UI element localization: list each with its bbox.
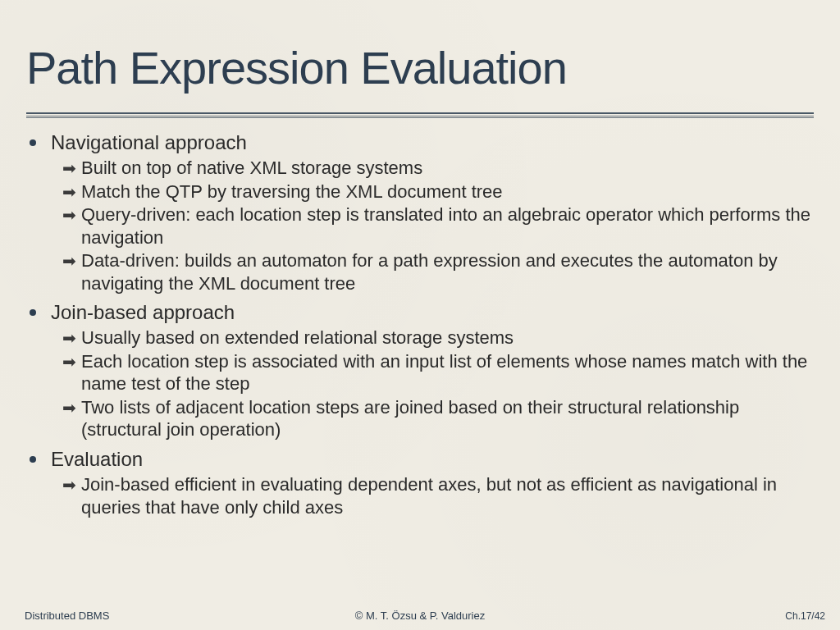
sublist-evaluation: ➡ Join-based efficient in evaluating dep… [30, 473, 814, 518]
title-rule [26, 112, 814, 118]
footer-left: Distributed DBMS [25, 609, 109, 622]
subitem-text: Query-driven: each location step is tran… [81, 203, 814, 249]
subitem: ➡ Built on top of native XML storage sys… [62, 157, 814, 180]
arrow-icon: ➡ [62, 181, 76, 203]
sublist-navigational: ➡ Built on top of native XML storage sys… [30, 157, 814, 294]
subitem-text: Data-driven: builds an automaton for a p… [81, 249, 814, 294]
bullet-join-based: Join-based approach [30, 299, 814, 325]
subitem: ➡ Usually based on extended relational s… [62, 326, 814, 349]
arrow-icon: ➡ [62, 250, 76, 272]
footer-center: © M. T. Özsu & P. Valduriez [355, 609, 485, 622]
subitem-text: Built on top of native XML storage syste… [81, 157, 422, 180]
arrow-icon: ➡ [62, 397, 76, 418]
bullet-heading: Navigational approach [51, 130, 247, 155]
arrow-icon: ➡ [62, 474, 76, 495]
arrow-icon: ➡ [62, 158, 76, 179]
arrow-icon: ➡ [62, 327, 76, 349]
subitem: ➡ Join-based efficient in evaluating dep… [62, 473, 814, 518]
subitem: ➡ Data-driven: builds an automaton for a… [62, 249, 814, 294]
subitem: ➡ Query-driven: each location step is tr… [62, 203, 814, 249]
subitem: ➡ Match the QTP by traversing the XML do… [62, 180, 814, 203]
content-area: Navigational approach ➡ Built on top of … [26, 130, 814, 518]
sublist-join-based: ➡ Usually based on extended relational s… [30, 326, 814, 441]
footer: Distributed DBMS © M. T. Özsu & P. Valdu… [0, 609, 840, 622]
subitem-text: Match the QTP by traversing the XML docu… [81, 180, 503, 203]
subitem: ➡ Two lists of adjacent location steps a… [62, 396, 814, 441]
bullet-dot-icon [30, 456, 36, 463]
subitem-text: Usually based on extended relational sto… [81, 326, 514, 349]
subitem: ➡ Each location step is associated with … [62, 350, 814, 395]
arrow-icon: ➡ [62, 204, 76, 226]
bullet-navigational: Navigational approach [30, 130, 814, 155]
arrow-icon: ➡ [62, 351, 76, 372]
bullet-heading: Evaluation [51, 446, 143, 472]
bullet-evaluation: Evaluation [30, 446, 814, 472]
subitem-text: Each location step is associated with an… [81, 350, 814, 395]
slide: Path Expression Evaluation Navigational … [0, 0, 840, 630]
subitem-text: Join-based efficient in evaluating depen… [81, 473, 814, 518]
bullet-dot-icon [30, 309, 36, 316]
subitem-text: Two lists of adjacent location steps are… [81, 396, 814, 441]
footer-right: Ch.17/42 [785, 610, 825, 622]
slide-title: Path Expression Evaluation [26, 41, 814, 94]
bullet-heading: Join-based approach [51, 299, 235, 325]
bullet-dot-icon [30, 139, 36, 146]
